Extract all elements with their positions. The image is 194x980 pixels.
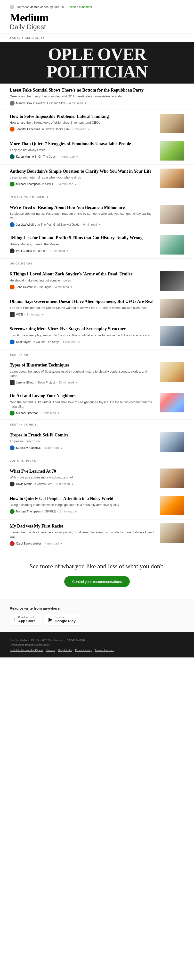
star-icon: ★ [78, 340, 80, 343]
read-time: 4 min read [51, 249, 65, 253]
article-title[interactable]: More Than Quiet: 7 Struggles of Emotiona… [10, 141, 156, 147]
author-line: David Martin in Crow's Feet · 2 min read… [10, 482, 156, 487]
cta-text: See more of what you like and less of wh… [10, 562, 184, 571]
footer-careers-link[interactable]: Careers [46, 649, 55, 652]
article-subtitle: The 44th President of the United States … [10, 306, 156, 310]
article-item: Latest Fake Scandal Shows There's no Bot… [0, 84, 194, 110]
article-content: On Art and Loving Your Neighbors "And th… [10, 393, 156, 415]
pub-name: in FanFare [33, 249, 47, 253]
article-subtitle: They are not always toxic. [10, 148, 156, 152]
author-name: Jessica Wildfire [16, 223, 36, 226]
read-time: 2 min read [27, 313, 40, 316]
article-image [160, 496, 184, 515]
header: Stories for James Jones @JobsTDI · Becom… [0, 0, 194, 33]
pub-name: in Humungus [34, 285, 51, 289]
app-store-button[interactable]:  Download on the App Store [10, 614, 41, 625]
author-icon [10, 182, 14, 186]
author-icon [10, 445, 14, 450]
author-line: Carol Banks Weber · 4 min read ★ [10, 541, 156, 546]
article-subtitle: Being a calming influence when things go… [10, 503, 156, 507]
article-item: My Dad was My First Racist I remember th… [0, 520, 194, 550]
article-item: More Than Quiet: 7 Struggles of Emotiona… [0, 137, 194, 165]
article-content: What I've Learned At 70 With more age co… [10, 469, 156, 487]
article-image [160, 235, 184, 255]
author-line: Stanislav Stankovic · 6 min read ★ [10, 445, 156, 450]
author-icon [10, 482, 14, 487]
article-content: Obama Says Government Doesn't Have Alien… [10, 299, 156, 317]
star-icon: ★ [76, 156, 78, 158]
article-image [160, 363, 184, 382]
article-content: Anthony Bourdain's Simple Question to Cl… [10, 169, 156, 187]
google-play-icon: ▶ [49, 617, 53, 622]
article-subtitle: I remember the day I became a social par… [10, 530, 156, 539]
star-icon: ★ [75, 510, 77, 513]
article-title[interactable]: Types of Illustration Techniques [10, 363, 156, 368]
author-line: Paul Combs in FanFare · 4 min read ★ [10, 248, 156, 253]
article-title[interactable]: Anthony Bourdain's Simple Question to Cl… [10, 169, 156, 174]
article-title[interactable]: How to Solve Impossible Problems: Latera… [10, 114, 156, 119]
author-icon [10, 101, 14, 106]
star-icon: ★ [42, 313, 44, 316]
medium-logo: Medium [10, 11, 184, 24]
footer-links: Switch to the Weekly Digest Careers Help… [10, 649, 184, 652]
pub-name: in On The Couch [35, 155, 57, 158]
article-image [160, 326, 184, 345]
article-item: Types of Illustration Techniques Learn a… [0, 358, 194, 389]
stories-for-label: Stories for [16, 5, 29, 9]
article-title[interactable]: 6 Things I Loved About Zack Snyder's 'Ar… [10, 271, 156, 277]
footer-terms-link[interactable]: Terms of service [95, 649, 114, 652]
author-line: John DeVore in Humungus · 4 min read ★ [10, 285, 156, 290]
article-title[interactable]: We're Tired of Reading About How You Bec… [10, 205, 156, 210]
article-title[interactable]: My Dad was My First Racist [10, 523, 156, 529]
article-title[interactable]: Telling Lies for Fun and Profit: 5 Films… [10, 235, 156, 241]
author-icon [10, 222, 14, 227]
read-time: 2 min read [56, 482, 70, 486]
google-play-button[interactable]: ▶ Get it on Google Play [44, 614, 80, 625]
article-title[interactable]: On Art and Loving Your Neighbors [10, 393, 156, 399]
app-buttons:  Download on the App Store ▶ Get it on … [10, 614, 184, 625]
article-item: Screenwriting Meta View: Five Stages of … [0, 322, 194, 350]
star-icon: ★ [75, 183, 77, 186]
author-icon [10, 127, 14, 132]
article-content: 6 Things I Loved About Zack Snyder's 'Ar… [10, 271, 156, 290]
footer-help-link[interactable]: Help Center [58, 649, 72, 652]
article-title[interactable]: How to Quietly Get People's Attention in… [10, 496, 156, 501]
author-line: Michael Bateman · 7 min read ★ [10, 411, 156, 415]
star-icon: ★ [60, 542, 62, 545]
article-subtitle: With more age comes more wisdom….sort of [10, 475, 156, 480]
user-handle: @JobsTDI [50, 5, 64, 9]
google-play-name: Google Play [55, 619, 76, 623]
footer-switch-link[interactable]: Switch to the Weekly Digest [10, 649, 43, 652]
article-item: We're Tired of Reading About How You Bec… [0, 201, 194, 231]
star-icon: ★ [66, 250, 68, 252]
author-icon [10, 312, 14, 317]
article-image [160, 271, 184, 291]
article-item: How to Solve Impossible Problems: Latera… [0, 110, 194, 137]
article-title[interactable]: What I've Learned At 70 [10, 469, 156, 474]
apple-icon:  [14, 617, 16, 622]
article-title[interactable]: Latest Fake Scandal Shows There's no Bot… [10, 88, 184, 93]
email-wrapper: Stories for James Jones @JobsTDI · Becom… [0, 0, 194, 657]
footer-privacy-link[interactable]: Privacy Policy [75, 649, 91, 652]
cta-button[interactable]: Control your recommendations [64, 576, 129, 587]
footer: Sent by Medium · P.O. Box 602, San Franc… [0, 632, 194, 657]
hero-image: OPLE OVER POLITICIAN [0, 42, 194, 84]
hero-line1: OPLE OVER [47, 45, 147, 63]
article-subtitle: Listen to your internal radar when your … [10, 175, 156, 180]
author-name: Michael Thompson [16, 182, 41, 186]
star-icon: ★ [60, 447, 62, 449]
article-title[interactable]: Screenwriting Meta View: Five Stages of … [10, 326, 156, 332]
become-member-link[interactable]: Become a member [68, 5, 92, 9]
article-title[interactable]: Obama Says Government Doesn't Have Alien… [10, 299, 156, 304]
author-icon [10, 248, 14, 253]
digest-title: Daily Digest [10, 23, 184, 31]
read-time: 6 min read [45, 446, 59, 450]
google-play-text: Get it on Google Play [55, 616, 76, 623]
article-item: What I've Learned At 70 With more age co… [0, 465, 194, 492]
author-name: Manny Otko [16, 102, 32, 105]
author-line: Jennifer Clinehens in Growth Habits Lab … [10, 127, 156, 132]
author-name: VICE [16, 313, 23, 316]
author-name: David Martin [16, 482, 32, 486]
article-title[interactable]: Tropes in French Sci-Fi Comics [10, 432, 156, 438]
read-time: 4 min read [61, 155, 75, 158]
